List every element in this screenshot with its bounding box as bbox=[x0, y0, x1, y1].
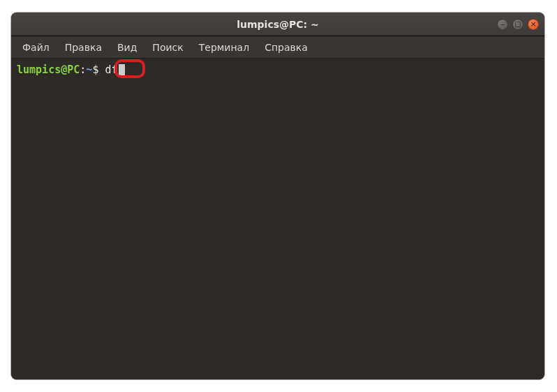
close-button[interactable]: × bbox=[528, 19, 539, 30]
minimize-button[interactable]: – bbox=[497, 19, 508, 30]
maximize-icon: ◻ bbox=[514, 20, 521, 28]
menu-terminal[interactable]: Терминал bbox=[192, 39, 256, 56]
maximize-button[interactable]: ◻ bbox=[512, 19, 523, 30]
prompt-line: lumpics@PC:~$ df bbox=[17, 63, 539, 77]
command-value: df bbox=[105, 63, 117, 76]
prompt-user-host: lumpics@PC bbox=[17, 63, 80, 76]
menu-file[interactable]: Файл bbox=[15, 39, 57, 56]
titlebar: lumpics@PC: ~ – ◻ × bbox=[11, 13, 544, 36]
terminal-window: lumpics@PC: ~ – ◻ × Файл Правка Вид Поис… bbox=[11, 13, 544, 379]
menubar: Файл Правка Вид Поиск Терминал Справка bbox=[11, 36, 544, 59]
cursor-icon bbox=[119, 64, 125, 76]
window-title: lumpics@PC: ~ bbox=[237, 19, 319, 30]
terminal-body[interactable]: lumpics@PC:~$ df bbox=[11, 59, 544, 379]
menu-help[interactable]: Справка bbox=[258, 39, 315, 56]
minimize-icon: – bbox=[500, 20, 505, 28]
menu-search[interactable]: Поиск bbox=[145, 39, 190, 56]
window-controls: – ◻ × bbox=[497, 19, 539, 30]
menu-edit[interactable]: Правка bbox=[58, 39, 109, 56]
command-text: df bbox=[98, 63, 117, 76]
close-icon: × bbox=[530, 20, 536, 28]
menu-view[interactable]: Вид bbox=[110, 39, 144, 56]
prompt-separator: : bbox=[80, 63, 86, 76]
